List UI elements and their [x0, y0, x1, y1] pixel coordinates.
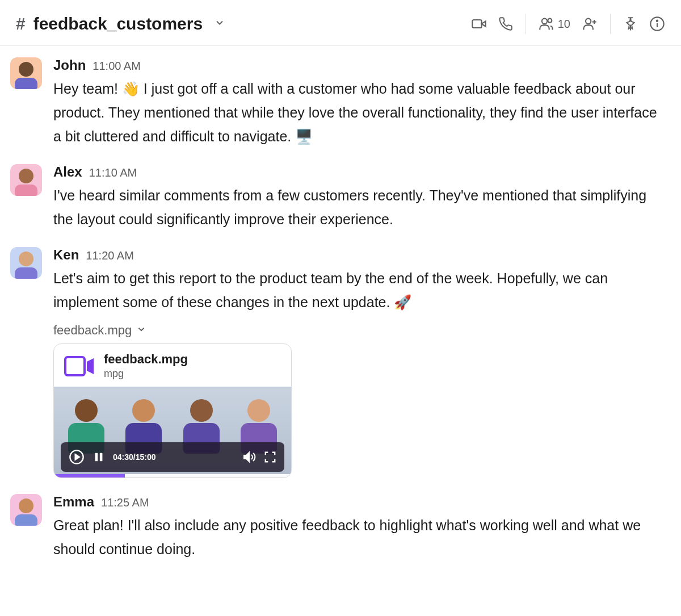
video-progress-fill [54, 474, 125, 477]
attachment-header: feedback.mpgmpg [54, 344, 291, 387]
username[interactable]: Ken [53, 247, 79, 263]
svg-rect-10 [65, 357, 85, 375]
timestamp: 11:25 AM [101, 496, 149, 509]
channel-title-button[interactable]: # feedback_customers [16, 14, 225, 33]
message-body: John11:00 AMHey team! 👋 I just got off a… [53, 57, 667, 148]
message-body: Alex11:10 AMI've heard similar comments … [53, 164, 667, 231]
svg-rect-15 [100, 453, 103, 462]
video-preview[interactable]: 04:30/15:00 [54, 387, 291, 477]
message: John11:00 AMHey team! 👋 I just got off a… [10, 51, 673, 157]
message-body: Emma11:25 AMGreat plan! I'll also includ… [53, 494, 667, 561]
phone-call-icon[interactable] [498, 16, 513, 31]
chat-app: # feedback_customers 10 [0, 0, 681, 616]
member-count-button[interactable]: 10 [539, 16, 570, 32]
svg-point-4 [586, 19, 591, 24]
message-header: John11:00 AM [53, 57, 667, 73]
svg-marker-13 [75, 454, 79, 459]
video-time: 04:30/15:00 [113, 452, 156, 462]
avatar[interactable] [10, 164, 42, 196]
username[interactable]: John [53, 57, 86, 73]
divider [610, 14, 611, 34]
timestamp: 11:00 AM [93, 60, 141, 73]
video-progress-track[interactable] [54, 474, 291, 477]
header-actions: 10 [471, 14, 665, 34]
volume-icon[interactable] [242, 450, 256, 464]
attachment-filename: feedback.mpg [104, 352, 188, 367]
hash-icon: # [16, 14, 26, 33]
avatar[interactable] [10, 57, 42, 89]
svg-point-3 [548, 19, 552, 23]
divider [526, 14, 526, 34]
fullscreen-icon[interactable] [264, 451, 276, 463]
chevron-down-icon [136, 323, 146, 338]
video-file-icon [64, 355, 95, 378]
member-count-value: 10 [558, 18, 570, 31]
svg-rect-0 [472, 20, 481, 28]
attachment-label-text: feedback.mpg [53, 323, 132, 338]
message-body: Ken11:20 AMLet's aim to get this report … [53, 247, 667, 478]
attachment-toggle[interactable]: feedback.mpg [53, 323, 667, 338]
pause-icon[interactable] [93, 451, 105, 463]
channel-name: feedback_customers [33, 14, 203, 33]
play-icon[interactable] [69, 449, 85, 465]
svg-point-9 [657, 20, 658, 22]
message: Alex11:10 AMI've heard similar comments … [10, 157, 673, 240]
svg-marker-11 [87, 358, 94, 374]
info-icon[interactable] [649, 16, 665, 32]
channel-header: # feedback_customers 10 [0, 0, 681, 46]
video-call-icon[interactable] [471, 16, 487, 32]
message-text: I've heard similar comments from a few c… [53, 183, 667, 231]
video-controls: 04:30/15:00 [61, 442, 284, 472]
pin-icon[interactable] [623, 16, 638, 31]
username[interactable]: Alex [53, 164, 82, 180]
messages-list[interactable]: John11:00 AMHey team! 👋 I just got off a… [0, 46, 681, 616]
chevron-down-icon [214, 17, 225, 31]
svg-marker-16 [244, 452, 249, 462]
timestamp: 11:20 AM [86, 249, 134, 262]
add-person-icon[interactable] [582, 16, 598, 32]
username[interactable]: Emma [53, 494, 94, 510]
svg-point-2 [542, 19, 547, 24]
timestamp: 11:10 AM [89, 166, 137, 179]
message-text: Hey team! 👋 I just got off a call with a… [53, 77, 667, 148]
avatar[interactable] [10, 247, 42, 279]
message-header: Emma11:25 AM [53, 494, 667, 510]
attachment-filetype: mpg [104, 368, 188, 380]
message-header: Ken11:20 AM [53, 247, 667, 263]
avatar[interactable] [10, 494, 42, 526]
message-text: Let's aim to get this report to the prod… [53, 266, 667, 314]
message-header: Alex11:10 AM [53, 164, 667, 180]
message-text: Great plan! I'll also include any positi… [53, 513, 667, 561]
svg-rect-14 [95, 453, 98, 462]
attachment-card[interactable]: feedback.mpgmpg04:30/15:00 [53, 343, 292, 478]
message: Emma11:25 AMGreat plan! I'll also includ… [10, 487, 673, 570]
message: Ken11:20 AMLet's aim to get this report … [10, 240, 673, 487]
svg-marker-1 [481, 21, 485, 26]
